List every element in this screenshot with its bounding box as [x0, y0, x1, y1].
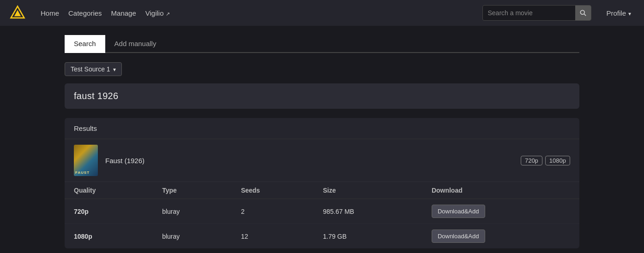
search-query-text: faust 1926	[74, 91, 118, 101]
nav-home[interactable]: Home	[41, 9, 59, 17]
cell-quality-1: 1080p	[65, 224, 153, 249]
cell-size-0: 985.67 MB	[313, 199, 422, 224]
navbar: Home Categories Manage Vigilio Profile	[0, 0, 644, 26]
search-input[interactable]	[483, 9, 575, 17]
movie-poster: FAUST	[74, 145, 98, 176]
nav-categories[interactable]: Categories	[68, 9, 102, 17]
results-panel: Results FAUST Faust (1926) 720p 1080p Qu…	[65, 118, 579, 248]
movie-title: Faust (1926)	[105, 157, 513, 165]
col-size: Size	[313, 182, 422, 199]
table-header-row: Quality Type Seeds Size Download	[65, 182, 579, 199]
cell-seeds-0: 2	[232, 199, 314, 224]
nav-manage[interactable]: Manage	[111, 9, 136, 17]
download-add-button-0[interactable]: Download&Add	[432, 205, 485, 218]
tab-bar: Search Add manually	[65, 35, 579, 53]
download-add-button-1[interactable]: Download&Add	[432, 229, 485, 243]
cell-download-0: Download&Add	[422, 199, 579, 224]
movie-info-row: FAUST Faust (1926) 720p 1080p	[65, 139, 579, 182]
tab-add-manually[interactable]: Add manually	[105, 35, 166, 53]
nav-vigilio[interactable]: Vigilio	[145, 9, 170, 17]
quality-badge-group: 720p 1080p	[521, 156, 570, 165]
svg-point-2	[581, 10, 585, 14]
col-seeds: Seeds	[232, 182, 314, 199]
nav-links: Home Categories Manage Vigilio	[41, 9, 471, 17]
cell-type-1: bluray	[153, 224, 232, 249]
quality-badge-1080p[interactable]: 1080p	[545, 156, 570, 165]
col-type: Type	[153, 182, 232, 199]
nav-search-form[interactable]	[482, 5, 591, 21]
cell-type-0: bluray	[153, 199, 232, 224]
tab-search[interactable]: Search	[65, 35, 105, 53]
profile-button[interactable]: Profile	[602, 7, 635, 19]
svg-line-3	[584, 14, 586, 16]
cell-quality-0: 720p	[65, 199, 153, 224]
results-table: Quality Type Seeds Size Download 720p bl…	[65, 182, 579, 248]
main-content: Search Add manually Test Source 1 faust …	[0, 26, 644, 253]
table-row: 1080p bluray 12 1.79 GB Download&Add	[65, 224, 579, 249]
col-download: Download	[422, 182, 579, 199]
chevron-down-icon	[628, 9, 631, 17]
quality-badge-720p[interactable]: 720p	[521, 156, 542, 165]
external-link-icon	[166, 9, 170, 17]
cell-download-1: Download&Add	[422, 224, 579, 249]
poster-title-text: FAUST	[75, 171, 90, 175]
source-dropdown[interactable]: Test Source 1	[65, 62, 122, 76]
results-heading: Results	[65, 118, 579, 139]
search-button[interactable]	[575, 6, 591, 20]
logo[interactable]	[9, 5, 26, 21]
cell-seeds-1: 12	[232, 224, 314, 249]
source-label: Test Source 1	[71, 65, 110, 73]
col-quality: Quality	[65, 182, 153, 199]
source-chevron-icon	[113, 65, 116, 73]
table-row: 720p bluray 2 985.67 MB Download&Add	[65, 199, 579, 224]
search-query-display: faust 1926	[65, 83, 579, 109]
cell-size-1: 1.79 GB	[313, 224, 422, 249]
